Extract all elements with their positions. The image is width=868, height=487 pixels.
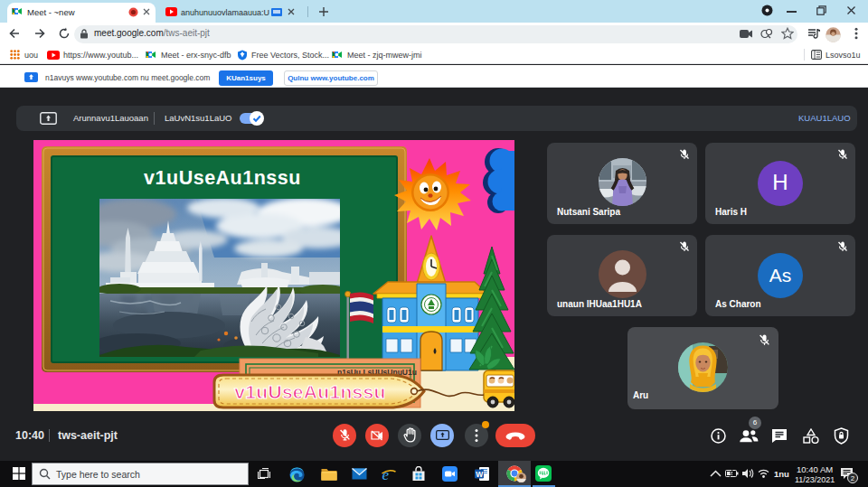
- svg-text:v1uUseAu1nssu: v1uUseAu1nssu: [234, 381, 385, 402]
- svg-text:v1uUseAu1nssu: v1uUseAu1nssu: [144, 167, 301, 189]
- svg-text:e: e: [382, 466, 390, 482]
- svg-text:W: W: [476, 470, 484, 479]
